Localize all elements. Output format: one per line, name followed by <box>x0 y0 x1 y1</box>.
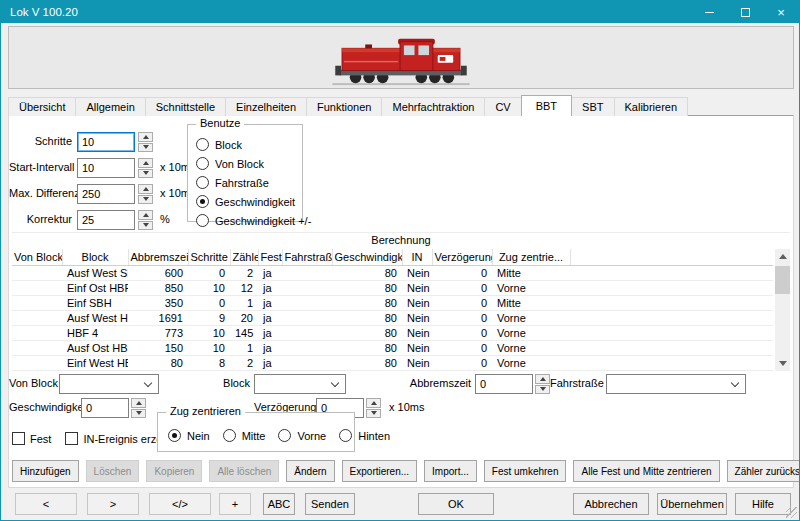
tab-sbt[interactable]: SBT <box>571 97 614 116</box>
start-intervall-input[interactable] <box>77 158 135 178</box>
table-row[interactable]: Ausf Ost HBF150101ja80Nein0Vorne <box>12 340 773 355</box>
tab-bbt[interactable]: BBT <box>521 95 572 116</box>
table-row[interactable]: Einf SBH35001ja80Nein0Mitte <box>12 295 773 310</box>
spin-down-button[interactable] <box>131 409 146 419</box>
benutze-option-fahrstrasse[interactable]: Fahrstraße <box>196 173 302 192</box>
korrektur-input[interactable] <box>77 210 135 230</box>
aendern-button[interactable]: Ändern <box>286 460 334 482</box>
table-scrollbar[interactable] <box>775 249 790 371</box>
plus-button[interactable]: + <box>219 493 251 515</box>
tab-einzelheiten[interactable]: Einzelheiten <box>225 97 307 116</box>
geschwindigkeit-spinner[interactable] <box>131 398 146 418</box>
spin-down-button[interactable] <box>535 385 550 395</box>
zug-zentrieren-option-nein[interactable]: Nein <box>168 426 210 445</box>
code-button[interactable]: </> <box>149 493 211 515</box>
column-header-zahler[interactable]: Zähler <box>230 249 258 265</box>
scrollbar-down-button[interactable] <box>775 356 790 371</box>
table-cell: 80 <box>332 325 402 340</box>
spin-up-button[interactable] <box>138 184 153 194</box>
in-ereignis-checkbox[interactable] <box>65 432 78 445</box>
next-button[interactable]: > <box>87 493 139 515</box>
tab-mehrfachtraktion[interactable]: Mehrfachtraktion <box>381 97 485 116</box>
abbremszeit-input[interactable] <box>475 374 533 394</box>
verzoegerung-spinner[interactable] <box>366 398 381 418</box>
spin-up-button[interactable] <box>366 398 381 408</box>
alle-fest-und-mitte-zentrieren-button[interactable]: Alle Fest und Mitte zentrieren <box>573 460 719 482</box>
benutze-option-von-block[interactable]: Von Block <box>196 154 302 173</box>
schritte-input[interactable] <box>77 132 135 152</box>
spin-up-button[interactable] <box>138 132 153 142</box>
tab-cv[interactable]: CV <box>484 97 521 116</box>
scrollbar-up-button[interactable] <box>775 249 790 264</box>
benutze-option-block[interactable]: Block <box>196 135 302 154</box>
loeschen-button[interactable]: Löschen <box>86 460 140 482</box>
korrektur-spinner[interactable] <box>138 210 153 230</box>
scrollbar-thumb[interactable] <box>775 266 790 294</box>
column-header-abbremszeit[interactable]: Abbremszeit <box>128 249 188 265</box>
max-differenz-spinner[interactable] <box>138 184 153 204</box>
abbremszeit-spinner[interactable] <box>535 374 550 394</box>
abbrechen-button[interactable]: Abbrechen <box>573 493 649 515</box>
minimize-button[interactable] <box>691 1 727 23</box>
spin-down-button[interactable] <box>366 409 381 419</box>
close-button[interactable]: × <box>763 1 799 23</box>
hilfe-button[interactable]: Hilfe <box>735 493 791 515</box>
max-differenz-input[interactable] <box>77 184 135 204</box>
start-intervall-spinner[interactable] <box>138 158 153 178</box>
tab-allgemein[interactable]: Allgemein <box>75 97 145 116</box>
abc-button[interactable]: ABC <box>263 493 295 515</box>
block-combobox[interactable] <box>254 374 346 394</box>
zug-zentrieren-option-mitte[interactable]: Mitte <box>223 426 266 445</box>
column-header-von-block[interactable]: Von Block <box>12 249 62 265</box>
fest-checkbox[interactable] <box>12 432 25 445</box>
spin-down-button[interactable] <box>138 195 153 205</box>
resize-grip[interactable] <box>786 507 797 518</box>
column-header-schritte[interactable]: Schritte <box>188 249 230 265</box>
fahrstrasse-combobox[interactable] <box>606 374 746 394</box>
benutze-option-geschwindigkeit[interactable]: Geschwindigkeit +/- <box>196 211 302 230</box>
spin-up-button[interactable] <box>138 158 153 168</box>
column-header-verzogerung[interactable]: Verzögerung <box>432 249 492 265</box>
spin-down-button[interactable] <box>138 143 153 153</box>
spin-up-button[interactable] <box>138 210 153 220</box>
spin-up-button[interactable] <box>131 398 146 408</box>
zug-zentrieren-option-vorne[interactable]: Vorne <box>278 426 326 445</box>
column-header-fahrstrasse[interactable]: Fahrstraße <box>282 249 332 265</box>
benutze-option-geschwindigkeit[interactable]: Geschwindigkeit <box>196 192 302 211</box>
table-row[interactable]: HBF 477310145ja80Nein0Vorne <box>12 325 773 340</box>
import-button[interactable]: Import... <box>424 460 477 482</box>
table-row[interactable]: Einf West HBF8082ja80Nein0Vorne <box>12 355 773 370</box>
prev-button[interactable]: < <box>15 493 77 515</box>
tab-ubersicht[interactable]: Übersicht <box>8 97 76 116</box>
maximize-button[interactable] <box>727 1 763 23</box>
uebernehmen-button[interactable]: Übernehmen <box>657 493 727 515</box>
exportieren-button[interactable]: Exportieren... <box>342 460 417 482</box>
zaehler-zuruecksetzen-button[interactable]: Zähler zurücksetzen <box>727 460 800 482</box>
spin-down-button[interactable] <box>138 221 153 231</box>
column-header-in[interactable]: IN <box>402 249 432 265</box>
senden-button[interactable]: Senden <box>305 493 355 515</box>
column-header-zug-zentrie[interactable]: Zug zentrie... <box>492 249 570 265</box>
fest-checkbox-item[interactable]: Fest <box>12 432 51 445</box>
von-block-combobox[interactable] <box>59 374 159 394</box>
tab-kalibrieren[interactable]: Kalibrieren <box>614 97 689 116</box>
geschwindigkeit-input[interactable] <box>81 398 129 418</box>
column-header-geschwindigkeit[interactable]: Geschwindigkeit <box>332 249 402 265</box>
alle-loeschen-button[interactable]: Alle löschen <box>209 460 279 482</box>
table-row[interactable]: Ausf West HBF1691920ja80Nein0Vorne <box>12 310 773 325</box>
table-row[interactable]: Einf Ost HBF8501012ja80Nein0Vorne <box>12 280 773 295</box>
tab-funktionen[interactable]: Funktionen <box>306 97 382 116</box>
column-header-fest[interactable]: Fest <box>258 249 282 265</box>
tab-schnittstelle[interactable]: Schnittstelle <box>145 97 226 116</box>
zug-zentrieren-option-hinten[interactable]: Hinten <box>339 426 390 445</box>
table-row[interactable]: Ausf West SBH60002ja80Nein0Mitte <box>12 265 773 280</box>
kopieren-button[interactable]: Kopieren <box>146 460 202 482</box>
ok-button[interactable]: OK <box>418 493 494 515</box>
hinzufuegen-button[interactable]: Hinzufügen <box>12 460 79 482</box>
spin-down-button[interactable] <box>138 169 153 179</box>
schritte-spinner[interactable] <box>138 132 153 152</box>
column-header-block[interactable]: Block <box>62 249 128 265</box>
fest-umkehren-button[interactable]: Fest umkehren <box>484 460 567 482</box>
table-cell: Ausf Ost HBF <box>62 340 128 355</box>
spin-up-button[interactable] <box>535 374 550 384</box>
